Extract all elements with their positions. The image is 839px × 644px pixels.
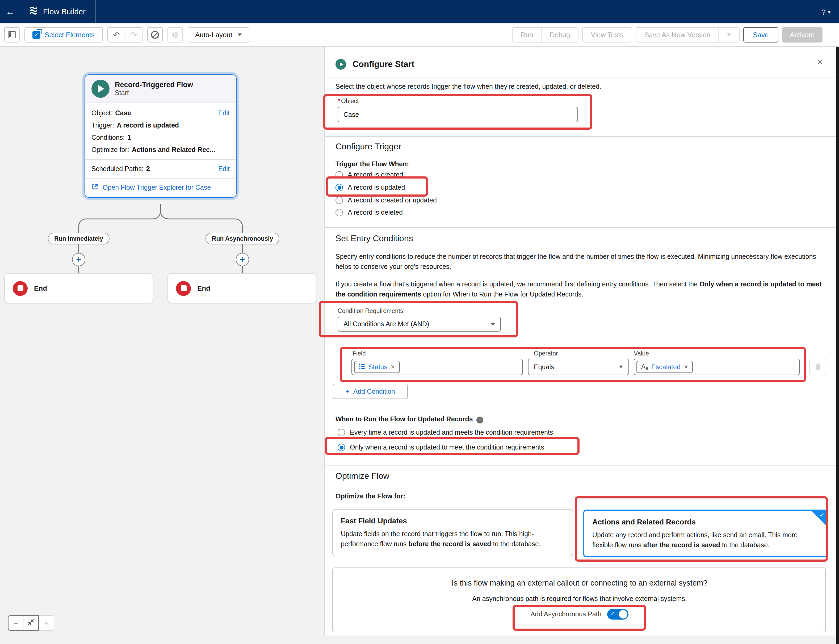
fit-to-view-button[interactable] [23, 615, 39, 631]
back-button[interactable]: ← [0, 0, 21, 23]
plus-icon: + [240, 254, 245, 265]
start-card-title: Record-Triggered Flow [115, 81, 193, 89]
open-flow-trigger-explorer-link[interactable]: Open Flow Trigger Explorer for Case [85, 179, 236, 197]
panel-intro-text: Select the object whose records trigger … [336, 82, 827, 92]
divider [325, 77, 836, 78]
run-button[interactable]: Run [513, 28, 541, 42]
remove-field-icon[interactable]: ✕ [391, 364, 395, 370]
zoom-in-button[interactable]: + [39, 615, 54, 631]
undo-button[interactable]: ↶ [108, 28, 125, 42]
value-pill-escalated: Aa Escalated ✕ [636, 361, 693, 373]
plus-icon: + [76, 254, 81, 265]
external-link-icon [91, 183, 98, 192]
condition-requirements-select[interactable]: All Conditions Are Met (AND) [338, 317, 501, 332]
optimize-for-label: Optimize the Flow for: [336, 491, 405, 502]
info-icon[interactable]: i [476, 417, 484, 424]
debug-button[interactable]: Debug [541, 28, 578, 42]
error-indicator-button[interactable] [147, 27, 163, 43]
value-input[interactable]: Aa Escalated ✕ [634, 359, 799, 375]
radio-record-deleted[interactable]: A record is deleted [336, 209, 403, 216]
start-card-header: Record-Triggered Flow Start [85, 75, 236, 103]
back-arrow-icon: ← [6, 6, 15, 17]
help-button[interactable]: ? [821, 7, 826, 16]
text-type-icon: Aa [641, 363, 648, 371]
edit-object-link[interactable]: Edit [218, 107, 230, 120]
callout-question: Is this flow making an external callout … [333, 579, 826, 587]
object-field-label: *Object [338, 98, 359, 104]
delete-condition-button[interactable] [809, 359, 826, 375]
field-column-label: Field [353, 350, 366, 356]
chevron-down-icon [491, 323, 495, 325]
end-element-left[interactable]: End [4, 273, 153, 303]
field-pill-status: Status ✕ [354, 361, 400, 373]
branch-label-run-immediately[interactable]: Run Immediately [48, 233, 110, 245]
view-tests-button[interactable]: View Tests [583, 28, 631, 42]
redo-button[interactable]: ↷ [125, 28, 142, 42]
help-caret-icon[interactable]: ▾ [828, 9, 831, 15]
save-button[interactable]: Save [743, 27, 778, 43]
branch-label-run-asynchronously[interactable]: Run Asynchronously [206, 233, 279, 245]
save-as-group: Save As New Version [636, 27, 740, 43]
external-callout-box: Is this flow making an external callout … [332, 567, 826, 632]
zoom-out-button[interactable]: − [8, 615, 23, 631]
toggle-toolbox-button[interactable] [4, 27, 20, 43]
scheduled-paths-row: Scheduled Paths: 2 Edit [85, 160, 236, 178]
minus-icon: − [13, 618, 18, 628]
end-icon [13, 281, 28, 296]
radio-only-when-updated-to-meet[interactable]: Only when a record is updated to meet th… [338, 444, 544, 451]
divider [325, 410, 836, 410]
async-toggle-label: Add Asynchronous Path [531, 611, 602, 618]
radio-every-time-updated[interactable]: Every time a record is updated and meets… [338, 429, 553, 436]
radio-record-created[interactable]: A record is created [336, 171, 403, 179]
optimize-card-fast-field-updates[interactable]: Fast Field Updates Update fields on the … [332, 509, 573, 556]
flow-canvas[interactable]: Record-Triggered Flow Start Object: Case… [0, 47, 324, 644]
layout-mode-select[interactable]: Auto-Layout [188, 27, 249, 43]
object-input[interactable]: Case [338, 107, 578, 122]
operator-column-label: Operator [534, 350, 558, 356]
entry-conditions-recommendation: If you create a flow that's triggered wh… [336, 279, 829, 300]
radio-icon [336, 197, 343, 204]
add-element-button-left[interactable]: + [72, 253, 85, 266]
radio-icon [336, 209, 343, 216]
operator-select[interactable]: Equals [528, 359, 629, 375]
start-element-card[interactable]: Record-Triggered Flow Start Object: Case… [84, 74, 237, 198]
start-play-icon [91, 80, 110, 98]
panel-title: Configure Start [353, 59, 414, 69]
add-asynchronous-path-toggle[interactable]: ✓ [607, 609, 628, 619]
settings-button[interactable]: ⚙ [168, 27, 183, 43]
chevron-down-icon [619, 366, 623, 368]
optimize-card-actions-and-related-records[interactable]: ✓ Actions and Related Records Update any… [583, 509, 827, 557]
remove-value-icon[interactable]: ✕ [684, 364, 688, 370]
add-condition-button[interactable]: + Add Condition [333, 384, 408, 399]
undo-redo-group: ↶ ↷ [107, 27, 142, 43]
end-element-right[interactable]: End [168, 273, 316, 303]
callout-note: An asynchronous path is required for flo… [333, 595, 826, 603]
screenshot: ← Flow Builder ? ▾ ✓ Select Elements [0, 0, 839, 644]
close-icon[interactable]: ✕ [817, 58, 823, 67]
add-element-button-right[interactable]: + [236, 253, 249, 266]
builder-toolbar: ✓ Select Elements ↶ ↷ ⚙ Auto-Layout Run … [0, 23, 839, 47]
start-play-icon [336, 59, 346, 70]
field-list-icon [359, 363, 365, 371]
condition-requirements-label: Condition Requirements [338, 308, 403, 314]
field-input[interactable]: Status ✕ [351, 359, 523, 375]
radio-record-updated[interactable]: A record is updated [336, 184, 405, 191]
when-to-run-label: When to Run the Flow for Updated Records… [336, 414, 484, 425]
end-icon [176, 281, 191, 296]
configure-trigger-heading: Configure Trigger [336, 142, 401, 151]
save-as-new-version-button[interactable]: Save As New Version [636, 28, 719, 42]
optimize-flow-heading: Optimize Flow [336, 472, 389, 481]
save-as-caret-button[interactable] [718, 28, 739, 42]
radio-record-created-or-updated[interactable]: A record is created or updated [336, 197, 437, 204]
undo-icon: ↶ [113, 30, 120, 39]
entry-conditions-description: Specify entry conditions to reduce the n… [336, 252, 829, 272]
select-elements-button[interactable]: ✓ Select Elements [25, 27, 102, 43]
chevron-down-icon [238, 33, 242, 36]
redo-icon: ↷ [130, 30, 137, 39]
start-card-subtitle: Start [115, 89, 193, 97]
radio-icon [336, 171, 343, 179]
radio-selected-icon [338, 444, 345, 451]
activate-button[interactable]: Activate [782, 27, 823, 43]
edit-scheduled-paths-link[interactable]: Edit [218, 164, 230, 174]
set-entry-conditions-heading: Set Entry Conditions [336, 234, 413, 243]
